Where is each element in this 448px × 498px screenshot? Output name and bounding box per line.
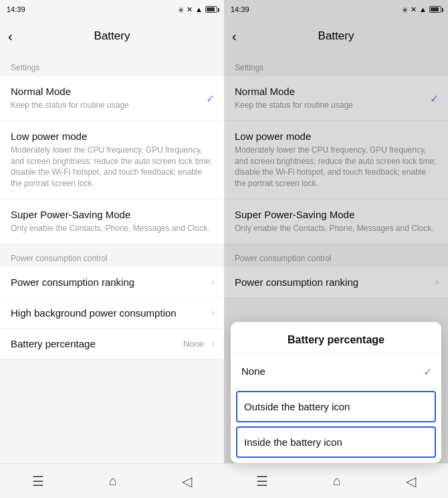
left-menu-icon[interactable]: ☰ — [32, 473, 44, 489]
left-low-power-item[interactable]: Low power mode Moderately lower the CPU … — [0, 121, 224, 199]
left-content: Settings Normal Mode Keep the status for… — [0, 54, 224, 463]
dialog-title: Battery percentage — [231, 322, 441, 355]
left-battery-percentage-chevron: › — [211, 338, 215, 349]
left-high-bg-power-item[interactable]: High background power consumption › — [0, 298, 224, 329]
left-battery-percentage-value: None — [183, 339, 204, 349]
left-low-power-desc: Moderately lower the CPU frequency, GPU … — [11, 145, 213, 189]
left-super-power-title: Super Power-Saving Mode — [11, 209, 213, 220]
left-high-bg-power-chevron: › — [211, 307, 215, 318]
left-battery-percentage-item[interactable]: Battery percentage None › — [0, 329, 224, 359]
battery-percentage-dialog[interactable]: Battery percentage None ✓ Outside the ba… — [231, 322, 441, 463]
battery-icon — [205, 6, 217, 13]
right-home-icon[interactable]: ⌂ — [333, 473, 341, 489]
left-page-title: Battery — [94, 29, 130, 43]
dialog-option-outside-label: Outside the battery icon — [244, 401, 350, 412]
left-low-power-title: Low power mode — [11, 131, 213, 142]
left-back-button[interactable]: ‹ — [8, 29, 13, 44]
right-menu-icon[interactable]: ☰ — [256, 473, 268, 489]
left-high-bg-power-title: High background power consumption — [11, 307, 213, 319]
left-normal-mode-desc: Keep the status for routine usage — [11, 100, 213, 111]
left-status-icons: ⚹ ✕ ▲ — [178, 5, 217, 14]
right-bottom-nav: ☰ ⌂ ◁ — [224, 463, 448, 498]
left-time: 14:39 — [7, 5, 25, 13]
left-super-power-item[interactable]: Super Power-Saving Mode Only enable the … — [0, 199, 224, 244]
bluetooth-icon: ⚹ — [178, 5, 184, 14]
dialog-option-none-label: None — [241, 365, 265, 377]
left-bottom-nav: ☰ ⌂ ◁ — [0, 463, 224, 498]
left-power-ranking-item[interactable]: Power consumption ranking › — [0, 267, 224, 298]
left-normal-mode-title: Normal Mode — [11, 86, 213, 97]
left-super-power-desc: Only enable the Contacts, Phone, Message… — [11, 223, 213, 234]
right-back-nav-icon[interactable]: ◁ — [406, 473, 416, 489]
left-top-bar: ‹ Battery — [0, 19, 224, 54]
dialog-option-none[interactable]: None ✓ — [231, 355, 441, 388]
right-panel: 14:39 ⚹ ✕ ▲ ‹ Battery Settings Normal Mo… — [224, 0, 448, 498]
dialog-option-outside[interactable]: Outside the battery icon — [236, 391, 436, 422]
left-panel: 14:39 ⚹ ✕ ▲ ‹ Battery Settings Normal Mo… — [0, 0, 224, 498]
signal-icon: ✕ — [187, 5, 193, 14]
dialog-option-inside[interactable]: Inside the battery icon — [236, 426, 436, 458]
left-normal-mode-item[interactable]: Normal Mode Keep the status for routine … — [0, 76, 224, 121]
left-normal-mode-check: ✓ — [206, 92, 215, 104]
left-status-bar: 14:39 ⚹ ✕ ▲ — [0, 0, 224, 19]
wifi-icon: ▲ — [195, 5, 203, 13]
left-power-label: Power consumption control — [0, 244, 224, 267]
left-settings-label: Settings — [0, 54, 224, 76]
left-back-nav-icon[interactable]: ◁ — [182, 473, 192, 489]
dialog-option-inside-label: Inside the battery icon — [244, 436, 342, 448]
dialog-option-none-check: ✓ — [423, 365, 432, 378]
left-power-ranking-title: Power consumption ranking — [11, 276, 213, 288]
left-power-ranking-chevron: › — [211, 276, 215, 287]
left-home-icon[interactable]: ⌂ — [109, 473, 117, 489]
